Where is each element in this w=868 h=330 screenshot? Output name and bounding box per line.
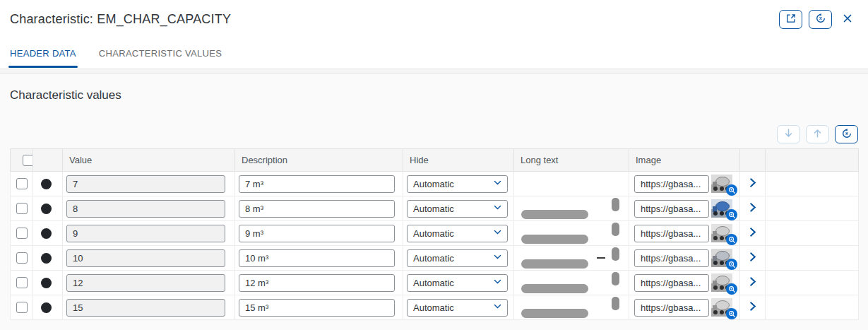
image-url-input[interactable]	[634, 225, 709, 242]
chevron-right-icon	[747, 177, 758, 190]
tab-header-data[interactable]: HEADER DATA	[10, 39, 76, 68]
zoom-in-icon[interactable]	[726, 209, 737, 220]
tab-bar: HEADER DATA CHARACTERISTIC VALUES	[0, 39, 868, 68]
table-row: Automatic	[11, 221, 859, 246]
image-thumbnail[interactable]	[711, 249, 732, 267]
row-detail-button[interactable]	[740, 271, 765, 295]
zoom-in-icon[interactable]	[726, 259, 737, 270]
image-thumbnail[interactable]	[711, 175, 732, 193]
row-detail-button[interactable]	[740, 221, 765, 245]
row-detail-button[interactable]	[740, 246, 765, 270]
hide-select[interactable]: Automatic	[407, 249, 508, 267]
long-text-cell[interactable]	[514, 172, 629, 196]
arrow-down-icon	[783, 128, 794, 141]
image-url-input[interactable]	[634, 274, 709, 292]
row-select-checkbox[interactable]	[16, 228, 28, 239]
column-header-hide: Hide	[403, 149, 514, 172]
redacted-text-bar	[521, 284, 588, 293]
tab-characteristic-values-label: CHARACTERISTIC VALUES	[99, 48, 222, 59]
image-url-input[interactable]	[634, 249, 709, 267]
long-text-cell[interactable]	[514, 271, 629, 295]
image-url-input[interactable]	[634, 299, 709, 317]
hide-select[interactable]: Automatic	[407, 200, 508, 218]
status-dot-icon	[41, 302, 52, 313]
filler-cell	[766, 196, 859, 221]
row-select-checkbox[interactable]	[16, 252, 28, 264]
filler-cell	[766, 246, 859, 271]
status-dot-icon	[41, 228, 52, 239]
select-all-checkbox[interactable]	[23, 155, 33, 166]
row-detail-button[interactable]	[740, 172, 765, 196]
scrollbar-thumb[interactable]	[612, 297, 619, 310]
row-select-checkbox[interactable]	[16, 178, 28, 189]
scrollbar-thumb[interactable]	[612, 223, 619, 236]
value-input[interactable]	[66, 175, 225, 193]
scrollbar-thumb[interactable]	[612, 198, 619, 211]
value-input[interactable]	[66, 249, 225, 267]
zoom-in-icon[interactable]	[726, 308, 737, 319]
value-input[interactable]	[66, 274, 225, 292]
description-input[interactable]	[239, 175, 395, 193]
image-thumbnail[interactable]	[711, 224, 732, 242]
hide-select[interactable]: Automatic	[407, 225, 508, 242]
table-header-row: Value Description Hide Long text Image	[11, 149, 859, 172]
long-text-cell[interactable]	[514, 196, 629, 221]
zoom-in-icon[interactable]	[726, 184, 737, 196]
reset-button[interactable]	[809, 10, 832, 29]
characteristic-values-table: Value Description Hide Long text Image	[10, 148, 859, 320]
row-detail-button[interactable]	[740, 196, 765, 220]
image-thumbnail[interactable]	[711, 199, 732, 218]
hide-select[interactable]: Automatic	[407, 299, 508, 317]
scrollbar-thumb[interactable]	[612, 272, 619, 285]
page-title: Characteristic: EM_CHAR_CAPACITY	[10, 12, 779, 27]
value-input[interactable]	[66, 299, 225, 317]
description-input[interactable]	[239, 249, 395, 267]
scrollbar-thumb[interactable]	[612, 247, 619, 261]
chevron-down-icon	[493, 203, 502, 214]
hide-select-value: Automatic	[413, 204, 454, 214]
redacted-text-bar	[521, 259, 588, 269]
long-text-cell[interactable]	[514, 246, 629, 271]
description-input[interactable]	[239, 299, 395, 317]
long-text-cell[interactable]	[514, 295, 629, 320]
reset-icon	[815, 13, 826, 26]
table-toolbar	[777, 125, 858, 143]
value-input[interactable]	[66, 200, 225, 218]
status-dot-icon	[41, 278, 52, 288]
description-input[interactable]	[239, 225, 395, 242]
description-input[interactable]	[239, 200, 395, 218]
redacted-text-dash	[597, 257, 605, 259]
value-input[interactable]	[66, 225, 225, 242]
row-detail-button[interactable]	[740, 295, 765, 319]
hide-select[interactable]: Automatic	[407, 274, 508, 292]
hide-select[interactable]: Automatic	[407, 175, 508, 193]
tab-characteristic-values[interactable]: CHARACTERISTIC VALUES	[99, 39, 222, 68]
redacted-text-bar	[521, 309, 588, 318]
column-header-long-text: Long text	[514, 149, 629, 172]
content-area: Characteristic values	[0, 73, 868, 330]
column-header-nav	[740, 149, 766, 172]
image-url-input[interactable]	[634, 200, 709, 218]
row-select-checkbox[interactable]	[16, 302, 28, 313]
chevron-down-icon	[493, 302, 502, 313]
image-thumbnail[interactable]	[711, 298, 732, 317]
row-select-checkbox[interactable]	[16, 277, 28, 288]
status-dot-icon	[41, 179, 52, 189]
reset-table-button[interactable]	[835, 125, 858, 143]
row-select-checkbox[interactable]	[16, 203, 28, 214]
move-up-button[interactable]	[806, 125, 829, 143]
section-title: Characteristic values	[10, 88, 121, 102]
image-url-input[interactable]	[634, 175, 709, 193]
share-export-button[interactable]	[779, 10, 802, 29]
zoom-in-icon[interactable]	[726, 283, 737, 295]
move-down-button[interactable]	[777, 125, 800, 143]
image-thumbnail[interactable]	[711, 273, 732, 292]
description-input[interactable]	[239, 274, 395, 292]
chevron-right-icon	[747, 301, 758, 314]
zoom-in-icon[interactable]	[726, 234, 737, 245]
close-icon	[842, 13, 853, 26]
close-button[interactable]	[838, 10, 857, 29]
long-text-cell[interactable]	[514, 221, 629, 246]
redacted-text-bar	[521, 235, 588, 244]
status-column-header	[33, 149, 63, 172]
